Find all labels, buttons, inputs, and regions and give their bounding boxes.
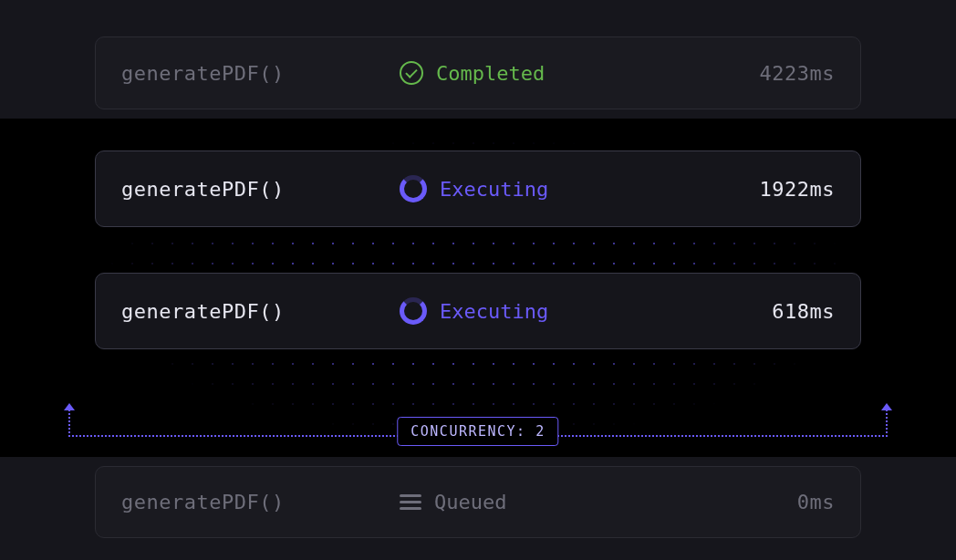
check-icon bbox=[400, 61, 423, 85]
timing-value: 4223ms bbox=[760, 62, 835, 85]
concurrency-badge: CONCURRENCY: 2 bbox=[397, 417, 558, 446]
status-cell: Executing bbox=[400, 175, 760, 202]
function-name: generatePDF() bbox=[121, 300, 400, 323]
spinner-icon bbox=[400, 297, 427, 325]
status-cell: Completed bbox=[400, 61, 760, 85]
executing-section: generatePDF() Executing 1922ms generateP… bbox=[0, 119, 956, 457]
status-cell: Executing bbox=[400, 297, 772, 325]
function-name: generatePDF() bbox=[121, 491, 400, 513]
status-cell: Queued bbox=[400, 491, 797, 513]
task-row-completed: generatePDF() Completed 4223ms bbox=[95, 36, 861, 109]
status-label: Completed bbox=[436, 62, 545, 85]
timing-value: 0ms bbox=[797, 491, 835, 513]
task-row-queued: generatePDF() Queued 0ms bbox=[95, 466, 861, 538]
completed-section: generatePDF() Completed 4223ms bbox=[0, 0, 956, 119]
task-row-executing: generatePDF() Executing 618ms bbox=[95, 273, 861, 349]
timing-value: 1922ms bbox=[760, 178, 835, 201]
function-name: generatePDF() bbox=[121, 178, 400, 201]
status-label: Queued bbox=[434, 491, 506, 513]
function-name: generatePDF() bbox=[121, 62, 400, 85]
timing-value: 618ms bbox=[772, 300, 835, 323]
status-label: Executing bbox=[440, 300, 548, 323]
queue-icon bbox=[400, 494, 421, 510]
spinner-icon bbox=[400, 175, 427, 202]
queued-section: generatePDF() Queued 0ms bbox=[0, 457, 956, 560]
status-label: Executing bbox=[440, 178, 548, 201]
task-row-executing: generatePDF() Executing 1922ms bbox=[95, 150, 861, 227]
